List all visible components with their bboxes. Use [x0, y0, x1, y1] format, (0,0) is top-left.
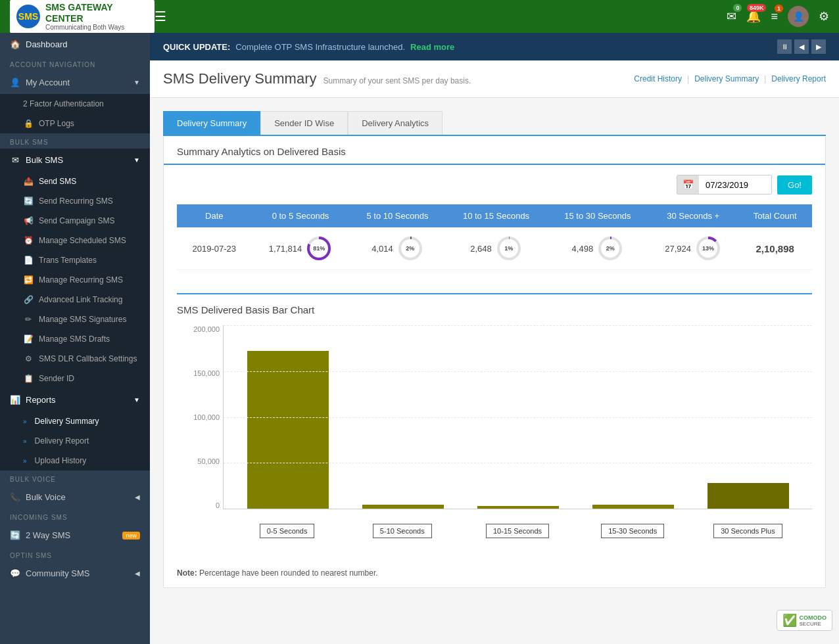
sidebar-item-send-sms[interactable]: 📤 Send SMS — [0, 172, 150, 191]
app-tagline: Communicating Both Ways — [45, 24, 148, 31]
hamburger-button[interactable]: ☰ — [155, 9, 166, 24]
messages-button[interactable]: ≡ 1 — [771, 10, 778, 24]
quick-update-link[interactable]: Read more — [410, 42, 454, 52]
sidebar-item-2way-sms[interactable]: 🔄 2 Way SMS new — [0, 524, 150, 547]
bulk-sms-label: BULK SMS — [0, 133, 150, 149]
scheduled-label: Manage Scheduled SMS — [39, 236, 126, 245]
col-5-10: 5 to 10 Seconds — [349, 204, 445, 227]
notification-badge: 849K — [747, 4, 767, 12]
chevron-down-icon-bulk: ▼ — [133, 156, 140, 164]
chevron-right-icon: » — [23, 418, 27, 425]
donut-15-30-label: 2% — [606, 245, 615, 252]
bar-group-15-30 — [582, 325, 684, 509]
col-30-plus: 30 Seconds + — [648, 204, 738, 227]
content-area: Delivery Summary Sender ID Wise Delivery… — [150, 98, 839, 601]
value-30-plus: 27,924 — [665, 244, 691, 254]
donut-5-10: 2% — [397, 235, 423, 262]
sidebar-item-delivery-summary[interactable]: » Delivery Summary — [0, 411, 150, 431]
date-input[interactable] — [699, 176, 771, 194]
comodo-badge: ✅ COMODO SECURE — [777, 610, 833, 631]
x-label-15-30: 15-30 Seconds — [601, 524, 664, 538]
breadcrumb-delivery-summary[interactable]: Delivery Summary — [694, 74, 759, 83]
email-button[interactable]: ✉ 0 — [727, 9, 736, 24]
dlr-icon: ⚙ — [23, 354, 34, 363]
analytics-title: Summary Analytics on Delivered Basis — [164, 136, 825, 165]
sidebar-item-bulk-sms[interactable]: ✉ Bulk SMS ▼ — [0, 149, 150, 172]
bar-chart-title: SMS Delivered Basis Bar Chart — [177, 293, 812, 315]
sender-id-label: Sender ID — [39, 374, 74, 383]
prev-button[interactable]: ◀ — [794, 39, 809, 54]
sidebar: 🏠 Dashboard ACCOUNT NAVIGATION 👤 My Acco… — [0, 33, 150, 644]
sidebar-item-my-account[interactable]: 👤 My Account ▼ — [0, 71, 150, 94]
x-label-0-5-wrap: 0-5 Seconds — [236, 524, 338, 538]
sidebar-item-campaign[interactable]: 📢 Send Campaign SMS — [0, 211, 150, 231]
sidebar-item-send-recurring[interactable]: 🔄 Send Recurring SMS — [0, 191, 150, 211]
sidebar-item-sender-id[interactable]: 📋 Sender ID — [0, 369, 150, 388]
sidebar-dashboard-label: Dashboard — [26, 39, 68, 49]
sidebar-item-2fa[interactable]: 2 Factor Authentication — [0, 94, 150, 114]
sidebar-item-signatures[interactable]: ✏ Manage SMS Signatures — [0, 310, 150, 329]
tab-delivery-summary[interactable]: Delivery Summary — [163, 111, 260, 135]
donut-10-15: 1% — [496, 235, 522, 262]
breadcrumb-delivery-report[interactable]: Delivery Report — [771, 74, 826, 83]
sidebar-item-reports[interactable]: 📊 Reports ▼ — [0, 388, 150, 411]
scheduled-icon: ⏰ — [23, 236, 34, 245]
y-label-100k: 100,000 — [177, 413, 220, 421]
cell-30-plus: 27,924 13% — [648, 227, 738, 270]
main-content: QUICK UPDATE: Complete OTP SMS Infrastru… — [150, 33, 839, 644]
account-nav-label: ACCOUNT NAVIGATION — [0, 56, 150, 71]
notifications-button[interactable]: 🔔 849K — [746, 9, 761, 24]
go-button[interactable]: Go! — [777, 175, 812, 195]
calendar-icon: 📅 — [677, 175, 699, 194]
messages-badge: 1 — [775, 5, 783, 12]
col-date: Date — [177, 204, 252, 227]
sidebar-item-scheduled[interactable]: ⏰ Manage Scheduled SMS — [0, 231, 150, 250]
note-text: Percentage have been rounded to nearest … — [199, 568, 378, 578]
sidebar-item-link-tracking[interactable]: 🔗 Advanced Link Tracking — [0, 290, 150, 310]
signature-icon: ✏ — [23, 315, 34, 324]
breadcrumb-sep-1: | — [687, 74, 689, 83]
breadcrumb-credit-history[interactable]: Credit History — [634, 74, 682, 83]
date-filter-row: 📅 Go! — [164, 165, 825, 204]
value-15-30: 4,498 — [572, 244, 594, 254]
manage-recurring-icon: 🔁 — [23, 275, 34, 285]
sidebar-item-upload-history[interactable]: » Upload History — [0, 451, 150, 471]
settings-button[interactable]: ⚙ — [819, 9, 829, 24]
tab-delivery-analytics[interactable]: Delivery Analytics — [348, 111, 443, 135]
col-0-5: 0 to 5 Seconds — [252, 204, 350, 227]
quick-update-message: Complete OTP SMS Infrastructure launched… — [235, 42, 405, 52]
sidebar-item-manage-recurring[interactable]: 🔁 Manage Recurring SMS — [0, 270, 150, 290]
sidebar-item-drafts[interactable]: 📝 Manage SMS Drafts — [0, 329, 150, 349]
donut-5-10-label: 2% — [406, 245, 414, 252]
sidebar-item-dlr[interactable]: ⚙ SMS DLR Callback Settings — [0, 349, 150, 369]
bulk-sms-icon: ✉ — [10, 155, 20, 165]
bar-chart-section: SMS Delivered Basis Bar Chart 200,000 15… — [164, 283, 825, 562]
sidebar-item-community-sms[interactable]: 💬 Community SMS ◀ — [0, 562, 150, 585]
sidebar-item-otp-logs[interactable]: 🔒 OTP Logs — [0, 114, 150, 133]
quick-update-label: QUICK UPDATE: — [163, 42, 230, 52]
next-button[interactable]: ▶ — [811, 39, 826, 54]
chevron-icon-voice: ◀ — [135, 494, 140, 501]
bars-area — [223, 325, 812, 509]
avatar[interactable]: 👤 — [788, 6, 809, 27]
logo-area: SMS SMS GATEWAY CENTER Communicating Bot… — [10, 0, 155, 34]
analytics-table: Date 0 to 5 Seconds 5 to 10 Seconds 10 t… — [177, 204, 812, 270]
delivery-summary-label: Delivery Summary — [35, 417, 99, 426]
my-account-icon: 👤 — [10, 78, 20, 87]
logo-icon: SMS — [16, 5, 40, 28]
sidebar-item-delivery-report[interactable]: » Delivery Report — [0, 431, 150, 451]
link-tracking-label: Advanced Link Tracking — [39, 295, 122, 304]
sidebar-item-trans-templates[interactable]: 📄 Trans Templates — [0, 250, 150, 270]
x-label-10-15: 10-15 Seconds — [486, 524, 549, 538]
sidebar-item-dashboard[interactable]: 🏠 Dashboard — [0, 33, 150, 56]
sidebar-item-bulk-voice[interactable]: 📞 Bulk Voice ◀ — [0, 486, 150, 509]
header-right: ✉ 0 🔔 849K ≡ 1 👤 ⚙ — [727, 6, 829, 27]
account-sub-menu: 2 Factor Authentication 🔒 OTP Logs — [0, 94, 150, 133]
table-row: 2019-07-23 1,71,814 81% — [177, 227, 812, 270]
delivery-report-label: Delivery Report — [35, 436, 89, 446]
breadcrumb: Credit History | Delivery Summary | Deli… — [634, 74, 826, 83]
tab-sender-id-wise[interactable]: Sender ID Wise — [260, 111, 348, 135]
bar-0-5 — [247, 351, 329, 509]
pause-button[interactable]: ⏸ — [777, 39, 792, 54]
cell-15-30: 4,498 2% — [547, 227, 648, 270]
